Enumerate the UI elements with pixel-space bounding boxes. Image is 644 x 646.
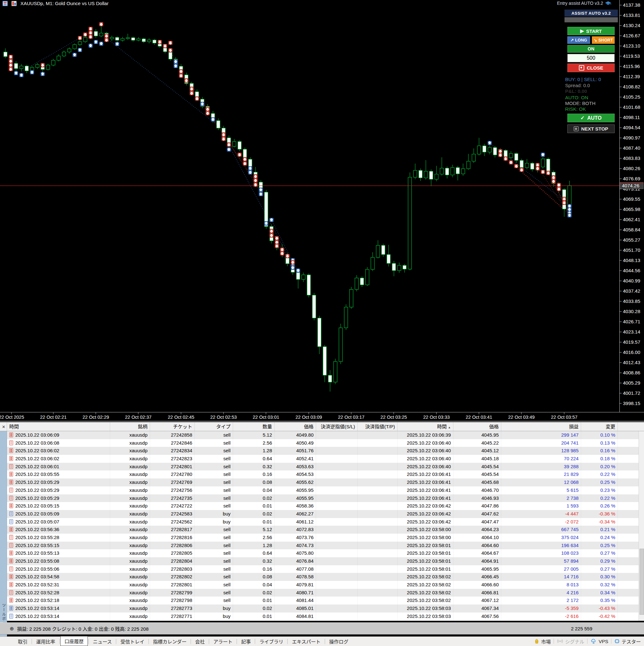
table-row[interactable]: 2025.10.22 03:05:29xauusdp27242756sell0.… [0, 487, 639, 495]
svg-text:4074.26: 4074.26 [622, 183, 639, 188]
table-row[interactable]: 2025.10.22 03:06:09xauusdp27242858sell5.… [0, 431, 639, 439]
table-vertical-scrollbar[interactable] [639, 431, 644, 621]
tab-8[interactable]: 記事 [238, 637, 254, 646]
risk-status: RISK: OK [565, 106, 626, 112]
table-row[interactable]: 2025.10.22 03:05:09xauusdp27242583buy0.0… [0, 510, 639, 518]
close-button[interactable]: CLOSE [567, 64, 615, 72]
svg-text:22 Oct 03:25: 22 Oct 03:25 [380, 415, 407, 420]
column-header[interactable]: 時間 ▲ [397, 422, 453, 431]
column-header[interactable]: チケット [150, 422, 195, 431]
service-chip-tester[interactable]: テスター [614, 638, 641, 645]
sell-deal-icon [9, 535, 13, 540]
sell-deal-icon [9, 590, 13, 595]
tab-2[interactable]: 口座履歴 [60, 636, 88, 646]
column-header[interactable]: 価格 [275, 422, 316, 431]
column-header[interactable]: 価格 [453, 422, 501, 431]
sell-deal-icon [9, 440, 13, 445]
svg-text:22 Oct 02:29: 22 Oct 02:29 [82, 415, 109, 420]
auto-button[interactable]: ✓AUTO [567, 114, 615, 122]
graduation-cap-icon [605, 1, 612, 6]
tab-7[interactable]: アラート [210, 637, 236, 646]
table-row[interactable]: 2025.10.22 03:52:28xauusdp27282799sell0.… [0, 589, 639, 597]
plus-circle-icon[interactable]: ⊕ [10, 626, 14, 632]
buy-deal-icon [9, 511, 13, 516]
tab-3[interactable]: ニュース [89, 637, 115, 646]
short-button[interactable]: ↘SHORT [592, 36, 615, 44]
table-row[interactable]: 2025.10.22 03:05:55xauusdp27242780sell0.… [0, 470, 639, 478]
history-table-header[interactable]: 時間銘柄チケットタイプ数量価格決済逆指値(S/L)決済指値(T/P)時間 ▲価格… [0, 422, 644, 431]
service-market-bag[interactable]: 市場 [534, 638, 551, 645]
table-row[interactable]: 2025.10.22 03:05:15xauusdp27242722sell0.… [0, 502, 639, 510]
svg-text:4051.70: 4051.70 [623, 247, 640, 253]
market-bag-icon [534, 639, 539, 644]
candlestick-chart[interactable]: 4137.384133.814130.244126.674123.104119.… [0, 0, 644, 421]
table-row[interactable]: 2025.10.22 03:53:14xauusdp27282771buy0.0… [0, 613, 639, 621]
tab-9[interactable]: ライブラリ [256, 637, 287, 646]
lot-size-input[interactable] [567, 54, 615, 62]
play-icon: ▶ [580, 28, 584, 34]
column-header[interactable]: 銘柄 [110, 422, 150, 431]
long-button[interactable]: ↗LONG [567, 36, 590, 44]
table-row[interactable]: 2025.10.22 03:05:07xauusdp27242562buy0.0… [0, 518, 639, 526]
table-row[interactable]: 2025.10.22 03:05:29xauusdp27242769sell0.… [0, 478, 639, 487]
svg-text:4137.38: 4137.38 [623, 2, 640, 8]
start-button[interactable]: ▶START [567, 27, 615, 35]
table-row[interactable]: 2025.10.22 03:52:31xauusdp27282801sell0.… [0, 581, 639, 589]
on-toggle-button[interactable]: ON [567, 45, 615, 53]
svg-text:4069.55: 4069.55 [623, 196, 640, 202]
column-header[interactable]: 決済指値(T/P) [358, 422, 397, 431]
column-header[interactable]: 決済逆指値(S/L) [316, 422, 358, 431]
next-stop-button[interactable]: NEXT STOP [567, 124, 615, 133]
table-row[interactable]: 2025.10.22 03:52:18xauusdp27282798sell0.… [0, 597, 639, 605]
pl-status: P&L: 0.00 [565, 88, 626, 94]
column-header[interactable]: 変更 [581, 422, 618, 431]
column-header[interactable]: 損益 [501, 422, 581, 431]
assist-auto-panel-header: ASSIST AUTO v3.2 [564, 10, 618, 17]
column-header[interactable]: タイプ [195, 422, 233, 431]
table-row[interactable]: 2025.10.22 03:55:06xauusdp27282803sell0.… [0, 565, 639, 573]
table-row[interactable]: 2025.10.22 03:06:08xauusdp27242846sell2.… [0, 439, 639, 447]
table-row[interactable]: 2025.10.22 03:55:13xauusdp27282805sell0.… [0, 549, 639, 557]
buy-sell-status: BUY: 0 | SELL: 0 [565, 77, 626, 82]
table-row[interactable]: 2025.10.22 03:06:02xauusdp27242823sell0.… [0, 455, 639, 463]
account-summary: 損益: 2 225 208 クレジット: 0 入金: 0 出金: 0 残高: 2… [17, 625, 149, 632]
sell-deal-icon [9, 598, 13, 603]
tab-11[interactable]: 操作ログ [326, 637, 352, 646]
tab-separator [237, 639, 237, 644]
tab-5[interactable]: 指標カレンダー [150, 637, 190, 646]
check-icon: ✓ [580, 115, 584, 121]
table-row[interactable]: 2025.10.22 03:56:36xauusdp27282817sell5.… [0, 526, 639, 534]
service-signal[interactable]: シグナル [557, 638, 584, 645]
sell-deal-icon [9, 558, 13, 563]
tab-1[interactable]: 運用比率 [32, 637, 59, 646]
tab-10[interactable]: エキスパート [288, 637, 324, 646]
column-header[interactable]: 数量 [233, 422, 275, 431]
table-row[interactable]: 2025.10.22 03:53:14xauusdp27282773buy0.0… [0, 605, 639, 613]
table-row[interactable]: 2025.10.22 03:55:28xauusdp27282816sell2.… [0, 534, 639, 542]
table-row[interactable]: 2025.10.22 03:06:02xauusdp27242834sell1.… [0, 447, 639, 455]
svg-text:4062.41: 4062.41 [623, 217, 640, 222]
toolbox-title-strip[interactable]: ツールボックス [0, 431, 7, 636]
svg-text:4087.40: 4087.40 [623, 145, 640, 151]
svg-text:22 Oct 2025: 22 Oct 2025 [0, 415, 24, 420]
table-row[interactable]: 2025.10.22 03:05:29xauusdp27242735sell0.… [0, 495, 639, 502]
service-cloud-vps[interactable]: VPS [590, 639, 608, 644]
tab-6[interactable]: 会社 [192, 637, 208, 646]
table-row[interactable]: 2025.10.22 03:55:08xauusdp27282804sell0.… [0, 557, 639, 565]
tab-0[interactable]: 取引 [14, 637, 31, 646]
svg-text:4123.10: 4123.10 [623, 43, 640, 48]
svg-text:22 Oct 03:49: 22 Oct 03:49 [508, 415, 535, 420]
column-header[interactable]: 時間 [7, 422, 110, 431]
table-icon [3, 1, 8, 6]
toolbox-close-button[interactable]: ✕ [1, 424, 7, 430]
svg-text:4119.53: 4119.53 [623, 53, 640, 59]
tab-separator [255, 639, 255, 644]
table-row[interactable]: 2025.10.22 03:06:01xauusdp27242801sell0.… [0, 463, 639, 471]
scrollbar-thumb[interactable] [640, 549, 644, 615]
sell-deal-icon [9, 472, 13, 476]
table-row[interactable]: 2025.10.22 03:54:58xauusdp27282802sell0.… [0, 573, 639, 581]
table-row[interactable]: 2025.10.22 03:55:15xauusdp27282806sell1.… [0, 542, 639, 550]
tab-separator [31, 639, 32, 644]
svg-text:4016.00: 4016.00 [623, 349, 640, 355]
tab-4[interactable]: 受信トレイ [117, 637, 148, 646]
